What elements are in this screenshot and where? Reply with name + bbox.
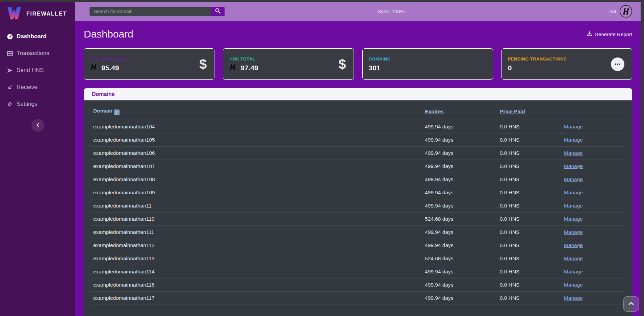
- sidebar-item-label: Send HNS: [17, 67, 44, 74]
- cell-expires: 499.94 days: [422, 239, 497, 252]
- cell-price: 0.0 HNS: [497, 278, 561, 291]
- cell-price: 0.0 HNS: [497, 252, 561, 265]
- sidebar: FIREWALLET Dashboard Transactions Send H…: [0, 2, 75, 316]
- sort-domain-header[interactable]: Domain: [93, 108, 112, 114]
- stat-card-hns-total: HNS TOTAL 97.49 $: [223, 48, 354, 80]
- download-icon: [587, 31, 592, 37]
- manage-link[interactable]: Manage: [564, 150, 583, 156]
- stat-card-domains: DOMAINS 301: [362, 48, 493, 80]
- cell-expires: 499.94 days: [422, 160, 497, 173]
- manage-link[interactable]: Manage: [564, 295, 583, 301]
- manage-link[interactable]: Manage: [564, 282, 583, 288]
- sidebar-item-label: Dashboard: [17, 33, 47, 40]
- manage-link[interactable]: Manage: [564, 229, 583, 235]
- cell-expires: 499.94 days: [422, 278, 497, 291]
- manage-link[interactable]: Manage: [564, 124, 583, 129]
- stats-row: HNS AVAILABLE 95.49 $ HNS TOTAL: [84, 48, 632, 80]
- table-row: exampledomainnathan117 499.94 days 0.0 H…: [91, 291, 625, 305]
- cell-domain: exampledomainnathan113: [91, 252, 422, 265]
- cell-expires: 524.68 days: [422, 252, 497, 265]
- manage-link[interactable]: Manage: [564, 190, 583, 195]
- firewallet-logo-icon: [7, 6, 22, 21]
- send-icon: [7, 68, 13, 73]
- scrollbar-track[interactable]: [641, 0, 644, 316]
- generate-report-button[interactable]: Generate Report: [587, 31, 632, 37]
- table-row: exampledomainnathan110 524.68 days 0.0 H…: [91, 212, 625, 225]
- table-row: exampledomainnathan114 499.94 days 0.0 H…: [91, 265, 625, 278]
- sort-price-paid-header[interactable]: Price Paid: [500, 108, 525, 114]
- stat-value: 95.49: [101, 64, 119, 72]
- cell-domain: exampledomainnathan109: [91, 186, 422, 199]
- cell-expires: 499.94 days: [422, 291, 497, 305]
- manage-link[interactable]: Manage: [564, 256, 583, 261]
- cell-expires: 499.94 days: [422, 120, 497, 133]
- cell-price: 0.0 HNS: [497, 160, 561, 173]
- stat-label: HNS TOTAL: [229, 56, 258, 62]
- manage-link[interactable]: Manage: [564, 269, 583, 274]
- wallet-group: hot: [609, 5, 632, 18]
- stat-label: PENDING TRANSACTIONS: [508, 56, 567, 62]
- cell-price: 0.0 HNS: [497, 199, 561, 212]
- manage-link[interactable]: Manage: [564, 176, 583, 182]
- chevron-up-icon: [628, 301, 634, 307]
- cell-domain: exampledomainnathan106: [91, 146, 422, 160]
- cell-price: 0.0 HNS: [497, 239, 561, 252]
- cell-price: 0.0 HNS: [497, 120, 561, 133]
- sidebar-item-label: Settings: [17, 101, 37, 107]
- manage-link[interactable]: Manage: [564, 242, 583, 248]
- cell-expires: 499.94 days: [422, 133, 497, 146]
- domains-panel: Domains Domain↓ Expires Price Paid: [84, 88, 632, 316]
- domain-search: [89, 7, 225, 16]
- cell-domain: exampledomainnathan108: [91, 173, 422, 186]
- sidebar-item-receive[interactable]: Receive: [0, 79, 75, 96]
- stat-value: 301: [369, 64, 381, 72]
- cell-domain: exampledomainnathan114: [91, 265, 422, 278]
- cell-price: 0.0 HNS: [497, 173, 561, 186]
- sidebar-item-settings[interactable]: Settings: [0, 96, 75, 113]
- ellipsis-menu-icon[interactable]: •••: [611, 57, 624, 71]
- sidebar-nav: Dashboard Transactions Send HNS Receive: [0, 28, 75, 113]
- search-button[interactable]: [211, 7, 225, 16]
- sidebar-item-dashboard[interactable]: Dashboard: [0, 28, 75, 45]
- dashboard-content: Dashboard Generate Report HNS AVAILABLE: [75, 21, 641, 316]
- scroll-to-top-button[interactable]: [623, 296, 639, 312]
- handshake-logo-icon[interactable]: [620, 5, 632, 18]
- sidebar-collapse-button[interactable]: [31, 119, 44, 132]
- sort-expires-header[interactable]: Expires: [425, 108, 444, 114]
- stat-label: HNS AVAILABLE: [90, 56, 127, 62]
- cell-domain: exampledomainnathan104: [91, 120, 422, 133]
- brand-name: FIREWALLET: [26, 11, 67, 17]
- cell-expires: 499.94 days: [422, 265, 497, 278]
- receive-arrow-icon: [7, 85, 13, 90]
- manage-link[interactable]: Manage: [564, 137, 583, 143]
- app-window: FIREWALLET Dashboard Transactions Send H…: [0, 2, 641, 316]
- cell-expires: 499.94 days: [422, 199, 497, 212]
- cell-domain: exampledomainnathan116: [91, 278, 422, 291]
- brand[interactable]: FIREWALLET: [0, 2, 75, 28]
- manage-link[interactable]: Manage: [564, 216, 583, 222]
- search-input[interactable]: [89, 7, 211, 16]
- table-row: exampledomainnathan104 499.94 days 0.0 H…: [91, 120, 625, 133]
- cell-domain: exampledomainnathan111: [91, 225, 422, 239]
- wallet-name: hot: [609, 8, 616, 14]
- domains-table-body: exampledomainnathan104 499.94 days 0.0 H…: [91, 120, 625, 305]
- cell-expires: 499.94 days: [422, 225, 497, 239]
- manage-link[interactable]: Manage: [564, 163, 583, 169]
- cell-domain: exampledomainnathan110: [91, 212, 422, 225]
- sidebar-item-send-hns[interactable]: Send HNS: [0, 62, 75, 79]
- cell-domain: exampledomainnathan112: [91, 239, 422, 252]
- stat-value: 0: [508, 64, 512, 72]
- cell-price: 0.0 HNS: [497, 212, 561, 225]
- cell-expires: 499.94 days: [422, 146, 497, 160]
- gear-icon: [7, 101, 13, 107]
- stat-card-pending-transactions: PENDING TRANSACTIONS 0 •••: [501, 48, 632, 80]
- sidebar-item-transactions[interactable]: Transactions: [0, 45, 75, 62]
- cell-expires: 524.68 days: [422, 212, 497, 225]
- table-row: exampledomainnathan111 499.94 days 0.0 H…: [91, 225, 625, 239]
- table-row: exampledomainnathan116 499.94 days 0.0 H…: [91, 278, 625, 291]
- search-icon: [215, 8, 221, 15]
- dollar-icon: $: [338, 57, 346, 71]
- manage-link[interactable]: Manage: [564, 203, 583, 209]
- table-row: exampledomainnathan109 499.94 days 0.0 H…: [91, 186, 625, 199]
- table-row: exampledomainnathan113 524.68 days 0.0 H…: [91, 252, 625, 265]
